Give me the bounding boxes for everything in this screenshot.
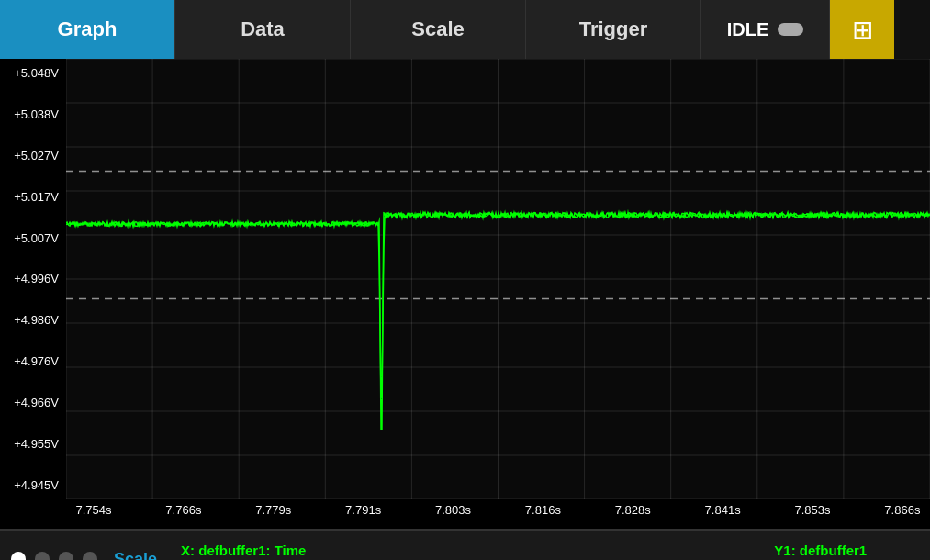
idle-label: IDLE [727,19,769,40]
footer-x-info: X: defbuffer1: Time 12.46ms/div@+7.754s [181,543,322,560]
y-label: +4.976V [2,354,62,368]
x-label: 7.828s [605,503,660,525]
idle-status: IDLE [701,0,830,59]
footer-x-title: X: defbuffer1: Time [181,543,322,558]
y-axis: +5.048V+5.038V+5.027V+5.017V+5.007V+4.99… [0,59,66,499]
x-label: 7.791s [336,503,391,525]
move-icon: ⊞ [852,15,873,45]
x-label: 7.816s [515,503,570,525]
y-label: +4.996V [2,272,62,286]
footer-y-info: Y1: defbuffer1 10.27mV/div@+4.946V [774,543,919,560]
y-label: +5.038V [2,107,62,121]
y-label: +5.048V [2,66,62,80]
x-label: 7.803s [426,503,481,525]
y-label: +4.986V [2,313,62,327]
x-label: 7.766s [156,503,211,525]
dot-3 [59,552,73,560]
y-label: +5.017V [2,190,62,204]
move-button[interactable]: ⊞ [830,0,894,59]
x-label: 7.754s [66,503,121,525]
tab-data[interactable]: Data [175,0,351,59]
x-label: 7.853s [785,503,840,525]
tab-trigger[interactable]: Trigger [526,0,701,59]
graph-canvas[interactable] [66,59,930,499]
dot-1 [11,552,26,560]
y-label: +4.955V [2,437,62,451]
y-label: +4.966V [2,396,62,409]
dot-2 [35,552,50,560]
x-label: 7.866s [875,503,930,525]
y-label: +5.027V [2,149,62,162]
footer: Scale X: defbuffer1: Time 12.46ms/div@+7… [0,529,930,560]
footer-info: X: defbuffer1: Time 12.46ms/div@+7.754s … [181,543,919,560]
dot-4 [83,552,97,560]
graph-area: +5.048V+5.038V+5.027V+5.017V+5.007V+4.99… [0,59,930,499]
idle-indicator [778,23,803,36]
footer-y-title: Y1: defbuffer1 [774,543,919,558]
x-label: 7.841s [695,503,750,525]
y-label: +4.945V [2,478,62,492]
x-label: 7.779s [246,503,301,525]
tab-scale[interactable]: Scale [351,0,526,59]
header-tabs: Graph Data Scale Trigger IDLE ⊞ [0,0,930,59]
x-axis: 7.754s7.766s7.779s7.791s7.803s7.816s7.82… [0,499,930,529]
footer-scale-label[interactable]: Scale [114,550,157,561]
tab-graph[interactable]: Graph [0,0,175,59]
waveform-canvas [66,59,930,499]
y-label: +5.007V [2,231,62,245]
